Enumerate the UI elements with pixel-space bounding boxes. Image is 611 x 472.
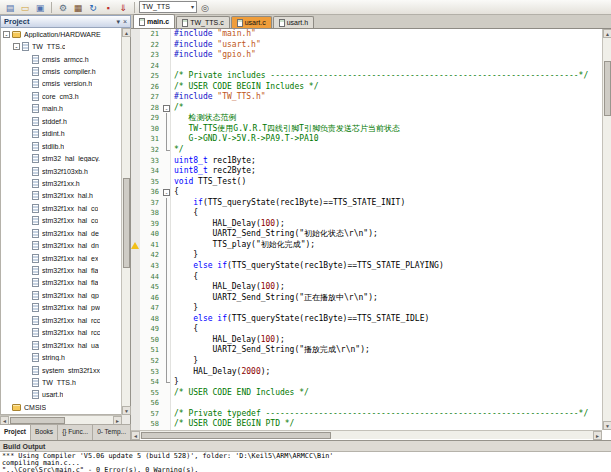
project-tree[interactable]: -Application/HARDWARE-TW_TTS.ccmsis_armc… [0, 28, 122, 415]
fold-collapse-icon[interactable]: - [163, 105, 170, 112]
chevron-down-icon[interactable]: ▾ [191, 2, 194, 12]
code-line[interactable]: 56 [131, 398, 602, 409]
code-line[interactable]: 35void TTS_Test() [131, 177, 602, 188]
tree-item[interactable]: stm32f1xx_hal_co [1, 215, 121, 227]
editor-tab-usart.c[interactable]: usart.c [231, 16, 272, 28]
editor-tab-TW_TTS.c[interactable]: TW_TTS.c [176, 16, 229, 28]
tree-item[interactable]: stm32f1xx_hal_rcc [1, 327, 121, 339]
stop-build-icon[interactable]: ▪ [101, 1, 115, 13]
code-line[interactable]: 52 } [131, 356, 602, 367]
tree-item[interactable]: stm32f1xx_hal_de [1, 227, 121, 239]
panel-tab-functions[interactable]: {} Func... [58, 425, 93, 440]
scroll-down-icon[interactable]: ▼ [122, 406, 131, 415]
code-line[interactable]: 34uint8_t rec2Byte; [131, 166, 602, 177]
tree-item[interactable]: CMSIS [1, 401, 121, 413]
tree-item[interactable]: TW_TTS.h [1, 376, 121, 388]
code-line[interactable]: 54} [131, 377, 602, 388]
code-line[interactable]: 45 HAL_Delay(100); [131, 282, 602, 293]
panel-tab-templates[interactable]: 0- Temp... [93, 425, 131, 440]
code-line[interactable]: 21#include "main.h" [131, 29, 602, 40]
code-line[interactable]: 43 else if(TTS_queryState(rec1Byte)==TTS… [131, 261, 602, 272]
tree-item[interactable]: -TW_TTS.c [1, 40, 121, 52]
translate-icon[interactable]: ⚙ [56, 1, 70, 13]
expander-icon[interactable]: - [13, 43, 20, 50]
code-line[interactable]: 31 G->GND.V->5V.R->PA9.T->PA10 [131, 134, 602, 145]
tree-item[interactable]: -Application/HARDWARE [1, 28, 121, 40]
code-line[interactable]: 57/* Private typedef -------------------… [131, 409, 602, 420]
rebuild-icon[interactable]: ↻ [86, 1, 100, 13]
download-icon[interactable]: ⇓ [116, 1, 130, 13]
code-line[interactable]: 55/* USER CODE END Includes */ [131, 388, 602, 399]
tree-item[interactable]: stdlib.h [1, 140, 121, 152]
scroll-up-icon[interactable]: ▲ [603, 29, 611, 38]
tree-item[interactable]: system_stm32f1xx [1, 364, 121, 376]
code-line[interactable]: 37 if(TTS_queryState(rec1Byte)==TTS_STAT… [131, 198, 602, 209]
tree-item[interactable]: core_cm3.h [1, 90, 121, 102]
tree-item[interactable]: stdint.h [1, 128, 121, 140]
code-line[interactable]: 30 TW-TTS使用G.V.R.T四线引脚T引脚负责发送芯片当前状态 [131, 124, 602, 135]
code-line[interactable]: 27#include "TW_TTS.h" [131, 92, 602, 103]
tree-item[interactable]: usart.h [1, 389, 121, 401]
build-output-header[interactable]: Build Output [0, 441, 611, 452]
editor-tab-usart.h[interactable]: usart.h [273, 16, 314, 28]
code-line[interactable]: 47 } [131, 303, 602, 314]
tree-item[interactable]: stm32f1xx_hal_gp [1, 289, 121, 301]
code-line[interactable]: 58/* USER CODE BEGIN PTD */ [131, 419, 602, 430]
tree-item[interactable]: stm32f1xx_hal_ua [1, 339, 121, 351]
tree-item[interactable]: stddef.h [1, 115, 121, 127]
tree-item[interactable]: stm32f1xx_hal_pw [1, 302, 121, 314]
scrollbar-thumb[interactable] [604, 61, 611, 116]
code-line[interactable]: 40 UART2_Send_String("初始化状态\r\n"); [131, 229, 602, 240]
code-line[interactable]: 49 { [131, 324, 602, 335]
code-line[interactable]: 36-{ [131, 187, 602, 198]
pin-icon[interactable]: ▾ [116, 18, 120, 26]
scroll-down-icon[interactable]: ▼ [603, 421, 611, 430]
editor-tab-main.c[interactable]: main.c [133, 14, 175, 28]
editor-hscrollbar[interactable]: ◄ ► [131, 430, 602, 439]
panel-tab-books[interactable]: Books [31, 425, 58, 440]
build-icon[interactable]: ▦ [71, 1, 85, 13]
tree-item[interactable]: stm32_hal_legacy. [1, 152, 121, 164]
scroll-right-icon[interactable]: ► [593, 431, 602, 440]
project-tree-scrollbar[interactable]: ▲ ▼ [121, 28, 130, 415]
expander-icon[interactable]: - [3, 31, 10, 38]
tree-item[interactable]: stm32f1xx_hal_ex [1, 252, 121, 264]
tree-item[interactable]: stm32f1xx_hal_fla [1, 264, 121, 276]
panel-tab-project[interactable]: Project [0, 425, 31, 440]
scrollbar-thumb[interactable] [123, 178, 130, 268]
tree-item[interactable]: stm32f1xx_hal_fla [1, 277, 121, 289]
scrollbar-thumb[interactable] [10, 417, 65, 424]
tree-item[interactable]: cmsis_version.h [1, 78, 121, 90]
tree-item[interactable]: stm32f1xx_hal_co [1, 202, 121, 214]
tree-item[interactable]: cmsis_compiler.h [1, 65, 121, 77]
code-line[interactable]: 48 else if(TTS_queryState(rec1Byte)==TTS… [131, 314, 602, 325]
tree-item[interactable]: stm32f1xx_hal_dn [1, 239, 121, 251]
code-line[interactable]: 23#include "gpio.h" [131, 50, 602, 61]
build-output-lines[interactable]: *** Using Compiler 'V5.06 update 5 (buil… [0, 452, 611, 472]
tree-item[interactable]: stm32f1xx_hal_rcc [1, 314, 121, 326]
code-line[interactable]: 26/* USER CODE BEGIN Includes */ [131, 82, 602, 93]
new-file-icon[interactable]: ▤ [3, 1, 17, 13]
code-area[interactable]: 21#include "main.h"22#include "usart.h"2… [131, 29, 602, 430]
open-file-icon[interactable]: ▭ [18, 1, 32, 13]
code-line[interactable]: 53 HAL_Delay(2000); [131, 367, 602, 378]
code-line[interactable]: 33uint8_t rec1Byte; [131, 156, 602, 167]
scroll-left-icon[interactable]: ◄ [131, 431, 140, 440]
code-line[interactable]: 28-/* [131, 103, 602, 114]
tree-item[interactable]: main.h [1, 103, 121, 115]
tree-item[interactable]: stm32f1xx.h [1, 177, 121, 189]
code-line[interactable]: 50 HAL_Delay(100); [131, 335, 602, 346]
code-line[interactable]: 24 [131, 61, 602, 72]
code-line[interactable]: 41 TTS_play("初始化完成"); [131, 240, 602, 251]
editor-vscrollbar[interactable]: ▲ ▼ [602, 29, 611, 430]
save-icon[interactable]: ▣ [33, 1, 47, 13]
tree-item[interactable]: cmsis_armcc.h [1, 53, 121, 65]
code-line[interactable]: 39 HAL_Delay(100); [131, 219, 602, 230]
project-tree-hscrollbar[interactable]: ◄ ► [0, 415, 122, 424]
code-line[interactable]: 51 UART2_Send_String("播放完成\r\n"); [131, 345, 602, 356]
code-line[interactable]: 32*/ [131, 145, 602, 156]
code-line[interactable]: 25/* Private includes ------------------… [131, 71, 602, 82]
target-options-icon[interactable]: ◎ [198, 1, 212, 13]
tree-item[interactable]: string.h [1, 351, 121, 363]
tree-item[interactable]: stm32f1xx_hal.h [1, 190, 121, 202]
